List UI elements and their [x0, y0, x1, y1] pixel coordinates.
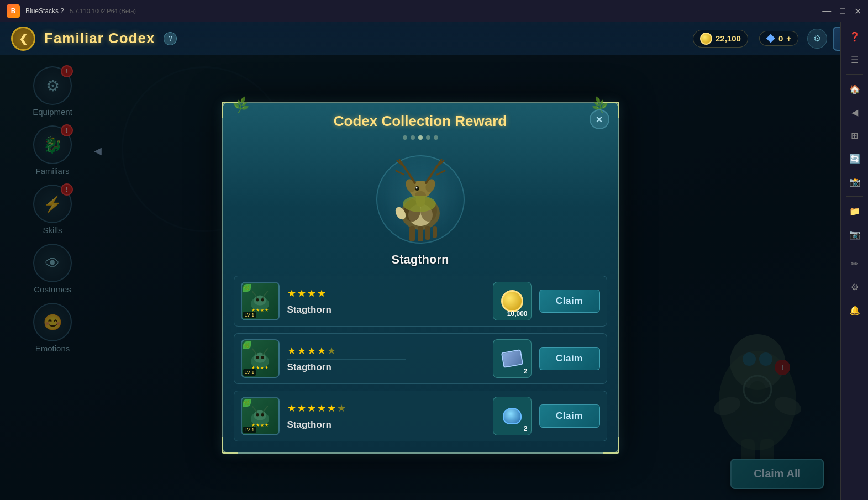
star-3-3: ★ — [307, 402, 316, 414]
bs-home-btn[interactable]: 🏠 — [845, 79, 865, 99]
bluestacks-panel: ❓ ☰ 🏠 ◀ ⊞ 🔄 📸 📁 📷 ✏ ⚙ 🔔 — [840, 22, 868, 500]
modal-close-button[interactable]: × — [590, 109, 609, 129]
stagthorn-svg — [376, 155, 465, 244]
svg-line-40 — [263, 291, 267, 297]
bluestacks-logo: B — [7, 4, 20, 18]
svg-line-46 — [263, 349, 267, 355]
svg-point-53 — [256, 413, 259, 417]
modal-dots-indicator — [223, 135, 618, 140]
familiar-stars-bottom-2: ★★★★ — [242, 365, 278, 370]
maximize-button[interactable]: □ — [840, 6, 845, 16]
claim-button-3[interactable]: Claim — [539, 404, 600, 428]
claim-button-2[interactable]: Claim — [539, 347, 600, 370]
svg-line-52 — [263, 406, 267, 412]
star-3-5: ★ — [327, 402, 336, 414]
star-2-1: ★ — [287, 345, 296, 357]
help-button[interactable]: ? — [164, 32, 177, 45]
reward-divider-3 — [287, 417, 406, 417]
coin-value: 22,100 — [716, 34, 741, 43]
back-button[interactable]: ❮ — [11, 27, 35, 51]
gem-icon — [503, 408, 522, 424]
diamond-currency: 0 + — [759, 31, 798, 46]
dot-1 — [403, 135, 407, 140]
bs-rotate-btn[interactable]: 🔄 — [845, 149, 865, 169]
star-3-1: ★ — [287, 402, 296, 414]
corner-br — [603, 437, 619, 454]
dot-3 — [418, 135, 423, 140]
game-area: ❮ Familiar Codex ? 22,100 0 + ⚙ ⇥ ⚙ — [0, 22, 868, 500]
svg-point-35 — [415, 187, 417, 189]
minimize-button[interactable]: — — [822, 6, 831, 16]
star-2-4: ★ — [317, 345, 326, 357]
modal-header: Codex Collection Reward × — [223, 103, 618, 135]
star-2-2: ★ — [297, 345, 306, 357]
title-bar: B BlueStacks 2 5.7.110.1002 P64 (Beta) —… — [0, 0, 868, 22]
settings-icon-btn[interactable]: ⚙ — [807, 29, 827, 49]
svg-point-44 — [254, 352, 266, 362]
reward-row-2: 🌿 LV 1 ★★★★ — [234, 333, 607, 384]
ticket-icon — [501, 349, 523, 368]
reward-info-3: ★ ★ ★ ★ ★ ★ Stagthorn — [287, 402, 485, 430]
creature-name: Stagthorn — [392, 252, 449, 267]
bs-help-btn[interactable]: ❓ — [845, 27, 865, 46]
reward-familiar-name-2: Stagthorn — [287, 362, 485, 373]
reward-stars-1: ★ ★ ★ ★ — [287, 287, 485, 299]
reward-divider-1 — [287, 302, 406, 302]
reward-item-count-1: 10,000 — [507, 310, 528, 318]
svg-line-24 — [396, 171, 404, 175]
close-button[interactable]: ✕ — [854, 6, 861, 17]
star-3-4: ★ — [317, 402, 326, 414]
reward-item-count-2: 2 — [524, 367, 528, 375]
svg-line-51 — [252, 406, 257, 412]
reward-stars-2: ★ ★ ★ ★ ★ — [287, 345, 485, 357]
reward-item-2: 2 — [493, 339, 532, 378]
star-2-3: ★ — [307, 345, 316, 357]
bs-camera-btn[interactable]: 📷 — [845, 224, 865, 244]
coin-icon — [700, 33, 712, 45]
bs-settings-btn[interactable]: ⚙ — [845, 277, 865, 297]
reward-item-3: 2 — [493, 397, 532, 435]
page-title: Familiar Codex — [44, 30, 155, 47]
reward-row-3: 🌿 LV 1 ★★★★ — [234, 391, 607, 441]
reward-stars-3: ★ ★ ★ ★ ★ ★ — [287, 402, 485, 414]
bs-menu-btn[interactable]: ☰ — [845, 50, 865, 70]
coin-reward-icon — [501, 290, 523, 312]
bs-back-btn[interactable]: ◀ — [845, 102, 865, 122]
familiar-icon-1: 🌿 LV 1 ★★★★ — [241, 282, 280, 320]
bs-screenshot-btn[interactable]: 📸 — [845, 172, 865, 192]
claim-button-1[interactable]: Claim — [539, 290, 600, 313]
star-3: ★ — [307, 287, 316, 299]
svg-point-38 — [254, 295, 266, 305]
diamond-value: 0 — [778, 34, 783, 43]
bs-edit-btn[interactable]: ✏ — [845, 254, 865, 273]
svg-point-42 — [261, 298, 264, 302]
svg-rect-29 — [409, 226, 415, 241]
svg-point-47 — [256, 356, 259, 359]
svg-line-45 — [252, 349, 257, 355]
bs-notification-btn[interactable]: 🔔 — [845, 300, 865, 320]
svg-line-39 — [252, 291, 257, 297]
svg-point-48 — [261, 356, 264, 359]
star-2-half: ★ — [327, 345, 336, 357]
reward-info-2: ★ ★ ★ ★ ★ Stagthorn — [287, 345, 485, 373]
leaf-icon-3: 🌿 — [243, 399, 251, 407]
bs-folder-btn[interactable]: 📁 — [845, 201, 865, 221]
reward-info-1: ★ ★ ★ ★ Stagthorn — [287, 287, 485, 315]
familiar-stars-bottom-1: ★★★★ — [242, 308, 278, 313]
star-4: ★ — [317, 287, 326, 299]
coin-currency: 22,100 — [693, 30, 748, 48]
add-diamond-btn[interactable]: + — [786, 34, 791, 43]
modal-overlay: 🌿 🌿 Codex Collection Reward × — [0, 55, 840, 500]
svg-point-36 — [403, 196, 436, 212]
svg-rect-30 — [418, 226, 423, 241]
creature-display: Stagthorn — [223, 144, 618, 276]
reward-item-1: 10,000 — [493, 282, 532, 320]
bs-divider-3 — [846, 249, 863, 249]
familiar-icon-2: 🌿 LV 1 ★★★★ — [241, 339, 280, 378]
bs-multitask-btn[interactable]: ⊞ — [845, 125, 865, 145]
bs-divider-1 — [846, 74, 863, 75]
reward-divider-2 — [287, 359, 406, 360]
codex-collection-reward-modal: 🌿 🌿 Codex Collection Reward × — [222, 102, 619, 454]
leaf-icon-1: 🌿 — [243, 284, 251, 292]
dot-5 — [434, 135, 438, 140]
